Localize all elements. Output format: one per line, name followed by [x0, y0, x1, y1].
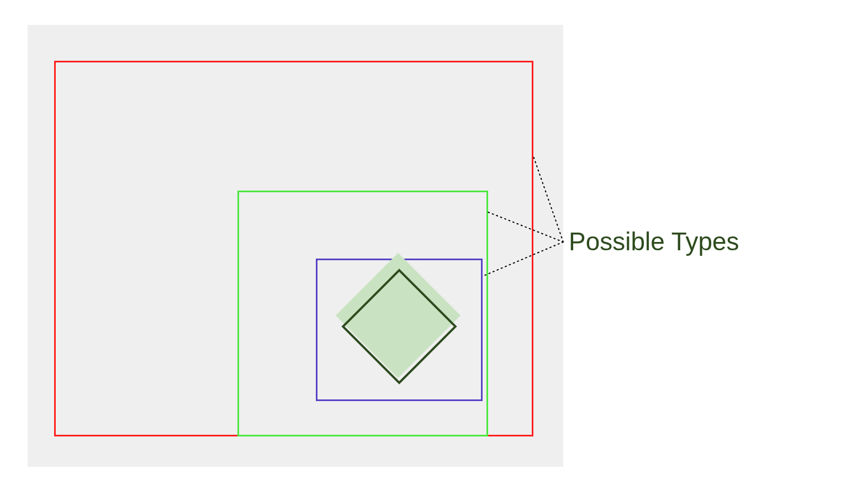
possible-types-label: Possible Types: [569, 227, 739, 256]
diagram-background: [28, 25, 563, 467]
